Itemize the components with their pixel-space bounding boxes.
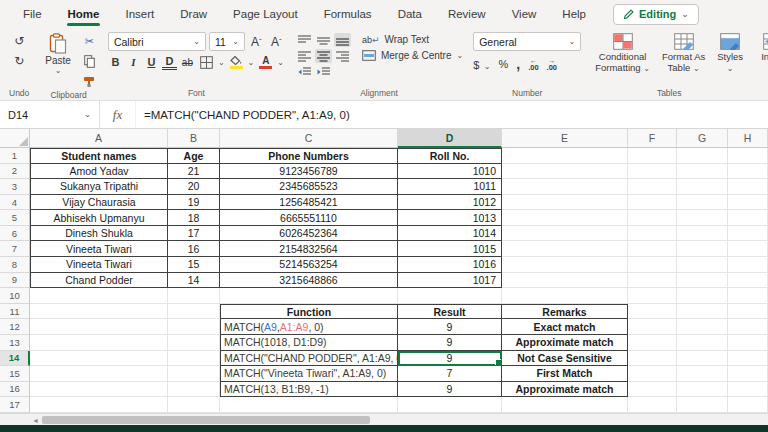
- align-middle-button[interactable]: [315, 33, 332, 47]
- cell-G11[interactable]: [677, 304, 728, 320]
- cell-C2[interactable]: 9123456789: [220, 164, 398, 180]
- tab-home[interactable]: Home: [55, 0, 113, 28]
- align-right-button[interactable]: [334, 49, 351, 63]
- tab-view[interactable]: View: [499, 0, 550, 28]
- cell-B14[interactable]: [168, 351, 220, 367]
- cell-D7[interactable]: 1015: [398, 241, 502, 257]
- cell-D12[interactable]: 9: [398, 319, 502, 335]
- row-header-8[interactable]: 8: [0, 257, 30, 273]
- font-color-button[interactable]: A: [257, 54, 274, 71]
- cell-C7[interactable]: 2154832564: [220, 241, 398, 257]
- cell-B16[interactable]: [168, 382, 220, 398]
- cell-H10[interactable]: [728, 288, 768, 304]
- row-header-7[interactable]: 7: [0, 241, 30, 257]
- column-header-F[interactable]: F: [628, 129, 677, 148]
- cell-D6[interactable]: 1014: [398, 226, 502, 242]
- name-box[interactable]: D14 ⌄: [0, 101, 100, 128]
- increase-decimal-button[interactable]: ←.00: [528, 57, 538, 72]
- cell-E14[interactable]: Not Case Sensitive: [502, 351, 628, 367]
- cell-C15[interactable]: MATCH("Vineeta Tiwari", A1:A9, 0): [220, 366, 398, 382]
- font-size-select[interactable]: 11 ⌄: [209, 32, 245, 51]
- row-header-14[interactable]: 14: [0, 351, 30, 367]
- increase-indent-button[interactable]: [315, 65, 332, 79]
- row-header-3[interactable]: 3: [0, 179, 30, 195]
- cell-A10[interactable]: [30, 288, 168, 304]
- redo-icon[interactable]: ↻: [11, 52, 28, 69]
- cell-A6[interactable]: Dinesh Shukla: [30, 226, 168, 242]
- align-center-button[interactable]: [315, 49, 332, 63]
- cell-C8[interactable]: 5214563254: [220, 257, 398, 273]
- cell-B15[interactable]: [168, 366, 220, 382]
- cell-E6[interactable]: [502, 226, 628, 242]
- cell-D16[interactable]: 9: [398, 382, 502, 398]
- cell-E13[interactable]: Approximate match: [502, 335, 628, 351]
- tab-insert[interactable]: Insert: [112, 0, 167, 28]
- cell-D4[interactable]: 1012: [398, 195, 502, 211]
- cell-D2[interactable]: 1010: [398, 164, 502, 180]
- double-underline-button[interactable]: D: [162, 55, 177, 70]
- styles-button[interactable]: Styles⌄: [713, 32, 747, 75]
- cell-F10[interactable]: [628, 288, 677, 304]
- cell-G8[interactable]: [677, 257, 728, 273]
- cell-B11[interactable]: [168, 304, 220, 320]
- cell-D8[interactable]: 1016: [398, 257, 502, 273]
- row-header-1[interactable]: 1: [0, 148, 30, 164]
- cell-C9[interactable]: 3215648866: [220, 273, 398, 289]
- cell-E16[interactable]: Approximate match: [502, 382, 628, 398]
- cell-E5[interactable]: [502, 210, 628, 226]
- cell-B13[interactable]: [168, 335, 220, 351]
- comma-format-button[interactable]: ,: [516, 59, 520, 69]
- cell-F2[interactable]: [628, 164, 677, 180]
- cell-G4[interactable]: [677, 195, 728, 211]
- cell-G14[interactable]: [677, 351, 728, 367]
- cell-B4[interactable]: 19: [168, 195, 220, 211]
- cell-F12[interactable]: [628, 319, 677, 335]
- cell-F6[interactable]: [628, 226, 677, 242]
- cell-B6[interactable]: 17: [168, 226, 220, 242]
- tab-file[interactable]: File: [10, 0, 55, 28]
- percent-format-button[interactable]: %: [498, 58, 508, 70]
- italic-button[interactable]: I: [126, 55, 141, 70]
- cell-G16[interactable]: [677, 382, 728, 398]
- cell-D1[interactable]: Roll No.: [398, 148, 502, 164]
- wrap-text-button[interactable]: ab↵ Wrap Text: [362, 34, 463, 45]
- cell-F7[interactable]: [628, 241, 677, 257]
- cell-A15[interactable]: [30, 366, 168, 382]
- currency-format-button[interactable]: $ ⌄: [473, 55, 490, 73]
- cell-G7[interactable]: [677, 241, 728, 257]
- row-header-5[interactable]: 5: [0, 210, 30, 226]
- cell-G15[interactable]: [677, 366, 728, 382]
- cell-C6[interactable]: 6026452364: [220, 226, 398, 242]
- cell-D3[interactable]: 1011: [398, 179, 502, 195]
- scrollbar-thumb[interactable]: [42, 416, 370, 424]
- cell-E15[interactable]: First Match: [502, 366, 628, 382]
- cell-F9[interactable]: [628, 273, 677, 289]
- cell-H16[interactable]: [728, 382, 768, 398]
- decrease-decimal-button[interactable]: →.00: [547, 57, 557, 72]
- cell-A12[interactable]: [30, 319, 168, 335]
- column-header-H[interactable]: H: [728, 129, 768, 148]
- cell-B5[interactable]: 18: [168, 210, 220, 226]
- column-header-E[interactable]: E: [502, 129, 628, 148]
- cell-A9[interactable]: Chand Podder: [30, 273, 168, 289]
- cell-D17[interactable]: [398, 397, 502, 413]
- merge-centre-button[interactable]: Merge & Centre ⌄: [362, 50, 463, 61]
- row-header-6[interactable]: 6: [0, 226, 30, 242]
- cell-G9[interactable]: [677, 273, 728, 289]
- cell-G2[interactable]: [677, 164, 728, 180]
- tab-data[interactable]: Data: [385, 0, 435, 28]
- column-header-D[interactable]: D: [398, 129, 502, 148]
- cell-H3[interactable]: [728, 179, 768, 195]
- undo-icon[interactable]: ↺: [11, 32, 28, 49]
- cell-G10[interactable]: [677, 288, 728, 304]
- cell-C12[interactable]: MATCH(A9, A1:A9, 0): [220, 319, 398, 335]
- align-top-button[interactable]: [296, 33, 313, 47]
- cell-H12[interactable]: [728, 319, 768, 335]
- cell-F1[interactable]: [628, 148, 677, 164]
- cell-B2[interactable]: 21: [168, 164, 220, 180]
- borders-button[interactable]: [198, 54, 215, 71]
- cell-D9[interactable]: 1017: [398, 273, 502, 289]
- tab-page-layout[interactable]: Page Layout: [220, 0, 311, 28]
- cell-H13[interactable]: [728, 335, 768, 351]
- cell-F4[interactable]: [628, 195, 677, 211]
